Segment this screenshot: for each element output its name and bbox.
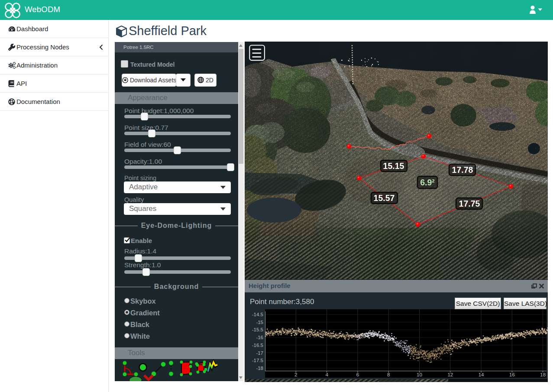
svg-text:-17.5: -17.5 xyxy=(252,358,263,363)
svg-text:15.57: 15.57 xyxy=(374,193,395,203)
svg-text:12: 12 xyxy=(447,372,453,377)
svg-text:2: 2 xyxy=(294,372,297,377)
svg-text:16: 16 xyxy=(509,372,515,377)
svg-text:15.15: 15.15 xyxy=(383,161,404,171)
svg-text:17.75: 17.75 xyxy=(459,199,480,208)
svg-text:6: 6 xyxy=(356,372,359,377)
svg-text:10: 10 xyxy=(417,372,422,377)
svg-text:-16: -16 xyxy=(256,335,263,340)
svg-text:18: 18 xyxy=(540,372,546,377)
svg-text:4: 4 xyxy=(325,372,328,377)
svg-text:14: 14 xyxy=(479,372,484,377)
svg-text:-17: -17 xyxy=(256,350,263,356)
svg-text:17.78: 17.78 xyxy=(452,165,473,175)
svg-text:-15: -15 xyxy=(256,320,263,325)
svg-text:-14.5: -14.5 xyxy=(252,312,263,317)
svg-text:6.9²: 6.9² xyxy=(420,178,435,187)
svg-text:8: 8 xyxy=(387,372,390,377)
svg-text:-16.5: -16.5 xyxy=(252,343,263,348)
svg-text:-18: -18 xyxy=(256,366,263,371)
svg-text:-15.5: -15.5 xyxy=(252,327,263,332)
